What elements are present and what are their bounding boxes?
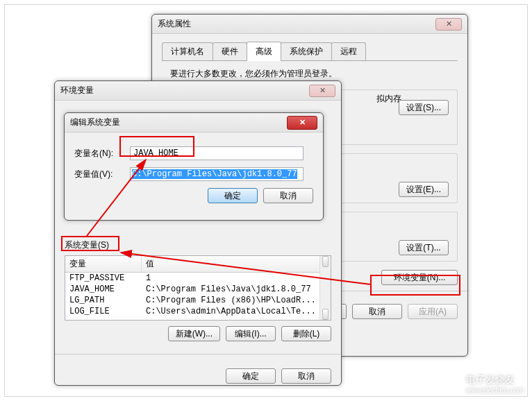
var-name-label: 变量名(N): xyxy=(74,148,130,160)
admin-note: 要进行大多数更改，您必须作为管理员登录。 xyxy=(170,68,458,80)
logo-icon xyxy=(447,377,462,392)
virtual-memory-label: 拟内存 xyxy=(376,93,401,105)
new-button[interactable]: 新建(W)... xyxy=(168,326,220,341)
edit-button[interactable]: 编辑(I)... xyxy=(226,326,276,341)
table-row: JAVA_HOMEC:\Program Files\Java\jdk1.8.0_… xyxy=(65,284,331,295)
env-vars-button[interactable]: 环境变量(N)... xyxy=(381,270,458,285)
editvar-ok-button[interactable]: 确定 xyxy=(208,188,258,203)
col-value[interactable]: 值 xyxy=(142,256,331,272)
tab-computer-name[interactable]: 计算机名 xyxy=(162,42,213,60)
var-name-input[interactable] xyxy=(130,146,304,160)
watermark: 电子发烧友 www.elecfans.com xyxy=(447,374,524,394)
close-icon[interactable]: ✕ xyxy=(287,116,317,130)
col-variable[interactable]: 变量 xyxy=(65,256,142,272)
editvar-titlebar: 编辑系统变量 ✕ xyxy=(65,113,323,133)
tab-advanced[interactable]: 高级 xyxy=(247,42,281,61)
envvars-cancel-button[interactable]: 取消 xyxy=(281,368,331,384)
tab-system-protection[interactable]: 系统保护 xyxy=(281,42,332,60)
envvars-ok-button[interactable]: 确定 xyxy=(226,368,276,384)
sysprops-titlebar: 系统属性 ✕ xyxy=(152,15,467,34)
sysprops-title: 系统属性 xyxy=(158,18,435,30)
close-icon[interactable]: ✕ xyxy=(435,18,462,31)
editvar-title: 编辑系统变量 xyxy=(70,117,287,128)
sysprops-cancel-button[interactable]: 取消 xyxy=(352,304,402,319)
close-icon[interactable]: ✕ xyxy=(309,85,335,97)
editvar-cancel-button[interactable]: 取消 xyxy=(263,188,313,203)
system-vars-label: 系统变量(S) xyxy=(65,239,331,251)
scrollbar[interactable] xyxy=(319,256,331,320)
tab-remote[interactable]: 远程 xyxy=(331,42,366,60)
sysprops-apply-button: 应用(A) xyxy=(408,304,458,319)
var-value-label: 变量值(V): xyxy=(74,169,130,180)
var-value-input[interactable]: C:\Program Files\Java\jdk1.8.0_77 xyxy=(130,167,304,181)
watermark-name: 电子发烧友 xyxy=(466,374,524,386)
envvars-title: 环境变量 xyxy=(60,85,309,96)
settings-e-button[interactable]: 设置(E)... xyxy=(399,182,449,197)
settings-s-button[interactable]: 设置(S)... xyxy=(399,100,449,115)
table-row: FTP_PASSIVE1 xyxy=(65,273,331,284)
table-row: LOG_FILEC:\Users\admin\AppData\Local\Te.… xyxy=(65,306,331,317)
system-vars-list[interactable]: 变量 值 FTP_PASSIVE1 JAVA_HOMEC:\Program Fi… xyxy=(65,255,331,321)
tab-hardware[interactable]: 硬件 xyxy=(213,42,247,60)
sysprops-tabs: 计算机名 硬件 高级 系统保护 远程 xyxy=(162,41,458,61)
delete-button[interactable]: 删除(L) xyxy=(281,326,331,341)
edit-variable-dialog: 编辑系统变量 ✕ 变量名(N): 变量值(V): C:\Program File… xyxy=(64,112,324,221)
settings-t-button[interactable]: 设置(T)... xyxy=(399,240,449,255)
watermark-url: www.elecfans.com xyxy=(466,386,524,394)
envvars-titlebar: 环境变量 ✕ xyxy=(55,81,341,101)
table-row: LG_PATHC:\Program Files (x86)\HP\LoadR..… xyxy=(65,295,331,306)
